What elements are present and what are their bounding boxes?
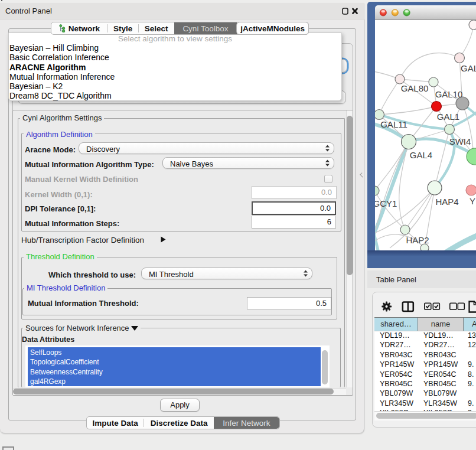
svg-text:Y: Y — [470, 196, 475, 206]
svg-text:GAL1: GAL1 — [437, 112, 459, 122]
svg-text:GAL4: GAL4 — [410, 150, 432, 160]
svg-text:GCY1: GCY1 — [375, 198, 397, 208]
svg-text:HAP4: HAP4 — [435, 197, 458, 207]
svg-text:GAL10: GAL10 — [435, 89, 463, 99]
svg-text:GAL80: GAL80 — [401, 83, 429, 93]
svg-text:GAL11: GAL11 — [380, 119, 407, 129]
svg-text:GAL2: GAL2 — [461, 63, 476, 73]
svg-text:SWI4: SWI4 — [449, 136, 471, 146]
svg-text:HAP2: HAP2 — [406, 235, 429, 245]
